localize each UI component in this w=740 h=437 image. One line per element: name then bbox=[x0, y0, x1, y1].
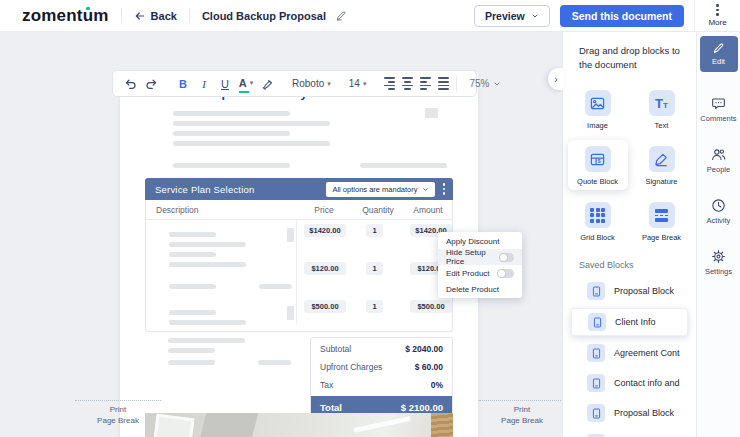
edit-product-toggle[interactable] bbox=[497, 269, 514, 278]
delete-product-label: Delete Product bbox=[446, 285, 499, 294]
arrow-left-icon bbox=[134, 10, 146, 22]
quote-column-headers: Description Price Quantity Amount bbox=[146, 200, 452, 220]
block-label: Image bbox=[587, 121, 608, 130]
sidebar-collapse-button[interactable]: › bbox=[548, 68, 564, 90]
bold-button[interactable]: B bbox=[176, 75, 190, 93]
undo-icon bbox=[124, 77, 137, 90]
more-menu-button[interactable]: More bbox=[694, 0, 740, 31]
saved-block-label: Contact info and addre... bbox=[614, 378, 680, 388]
saved-block-contact-info[interactable]: Contact info and addre... bbox=[571, 430, 688, 437]
page-break-dotted-line bbox=[479, 400, 565, 401]
saved-block-proposal-block[interactable]: Proposal Block bbox=[571, 400, 688, 426]
align-center-button[interactable] bbox=[402, 77, 413, 89]
quantity-value[interactable]: 1 bbox=[366, 262, 383, 275]
highlight-button[interactable] bbox=[260, 75, 274, 93]
document-title: Cloud Backup Proposal bbox=[202, 10, 326, 22]
topbar-actions: Preview Send this document More bbox=[474, 0, 740, 31]
undo-button[interactable] bbox=[123, 75, 137, 93]
rail-settings-tab[interactable]: Settings bbox=[705, 249, 732, 276]
saved-block-client-info[interactable]: Client Info bbox=[571, 308, 688, 336]
zomentum-logo[interactable]: zomentum bbox=[22, 6, 109, 26]
block-quote-block[interactable]: $ Quote Block bbox=[568, 140, 628, 190]
saved-block-label: Agreement Content bbox=[614, 348, 680, 358]
quote-block-icon: $ bbox=[585, 146, 611, 172]
rail-people-tab[interactable]: People bbox=[707, 147, 730, 174]
total-label: Total bbox=[320, 402, 342, 413]
logo-accent bbox=[86, 6, 91, 10]
quote-block-body: Description Price Quantity Amount bbox=[145, 200, 453, 332]
blocks-sidebar: › Drag and drop blocks to the document I… bbox=[562, 32, 696, 437]
align-justify-button[interactable] bbox=[438, 77, 449, 89]
price-value[interactable]: $120.00 bbox=[304, 262, 346, 275]
upfront-charges-value: $ 60.00 bbox=[415, 362, 443, 372]
rail-activity-tab[interactable]: Activity bbox=[707, 198, 731, 225]
block-grid-block[interactable]: Grid Block bbox=[568, 196, 628, 246]
document-page[interactable]: Cloud Backup and Security Service Plan S… bbox=[120, 72, 478, 437]
quote-options-kebab-button[interactable] bbox=[443, 183, 446, 195]
saved-blocks-list: Proposal Block Client Info Agreement Con… bbox=[563, 276, 696, 437]
font-family-select[interactable]: Roboto ▾ bbox=[292, 78, 331, 89]
hide-setup-price-toggle[interactable] bbox=[499, 253, 514, 262]
align-right-button[interactable] bbox=[384, 77, 395, 89]
preview-button[interactable]: Preview bbox=[474, 5, 550, 27]
chevron-down-icon: ▾ bbox=[250, 79, 254, 87]
options-mandatory-select[interactable]: All options are mandatory bbox=[326, 182, 434, 197]
text-color-button[interactable]: A ▾ bbox=[239, 75, 253, 93]
gear-icon bbox=[711, 249, 726, 264]
activity-clock-icon bbox=[711, 198, 726, 213]
saved-block-contact-info[interactable]: Contact info and addre... bbox=[571, 370, 688, 396]
font-size-value: 14 bbox=[349, 78, 360, 89]
svg-text:$: $ bbox=[598, 158, 601, 164]
quote-block-title: Service Plan Selection bbox=[155, 184, 254, 195]
print-label: Print bbox=[75, 404, 161, 415]
quote-block[interactable]: Service Plan Selection All options are m… bbox=[145, 178, 453, 332]
font-size-select[interactable]: 14 ▾ bbox=[349, 78, 367, 89]
rail-people-label: People bbox=[707, 165, 730, 174]
back-button[interactable]: Back bbox=[134, 10, 177, 22]
total-value: $ 2100.00 bbox=[401, 402, 443, 413]
sidebar-hint: Drag and drop blocks to the document bbox=[563, 32, 696, 72]
block-signature[interactable]: Signature bbox=[632, 140, 692, 190]
align-left-button[interactable] bbox=[420, 77, 431, 89]
quantity-value[interactable]: 1 bbox=[366, 300, 383, 313]
redo-button[interactable] bbox=[144, 75, 158, 93]
proposal-editor: zomentum Back Cloud Backup Proposal Prev… bbox=[0, 0, 740, 437]
send-document-button[interactable]: Send this document bbox=[560, 5, 684, 27]
apply-discount-item[interactable]: Apply Discount bbox=[438, 233, 522, 249]
right-rail: Edit Comments People Activity Settings bbox=[696, 32, 740, 437]
tax-label: Tax bbox=[320, 380, 333, 390]
quote-block-header: Service Plan Selection All options are m… bbox=[145, 178, 453, 200]
quantity-value[interactable]: 1 bbox=[366, 224, 383, 237]
underline-button[interactable]: U bbox=[218, 75, 232, 93]
italic-button[interactable]: I bbox=[197, 75, 211, 93]
saved-block-proposal-block[interactable]: Proposal Block bbox=[571, 278, 688, 304]
price-value[interactable]: $500.00 bbox=[304, 300, 346, 313]
rail-activity-label: Activity bbox=[707, 216, 731, 225]
rail-edit-tab[interactable]: Edit bbox=[700, 36, 738, 72]
rail-comments-tab[interactable]: Comments bbox=[700, 96, 736, 123]
back-label: Back bbox=[151, 10, 177, 22]
edit-title-icon[interactable] bbox=[336, 10, 347, 21]
upfront-charges-row: Upfront Charges $ 60.00 bbox=[311, 359, 452, 374]
edit-product-label: Edit Product bbox=[446, 269, 490, 278]
options-mandatory-value: All options are mandatory bbox=[332, 185, 417, 194]
text-color-label: A bbox=[239, 77, 247, 89]
hide-setup-price-item[interactable]: Hide Setup Price bbox=[438, 249, 522, 265]
zoom-level-select[interactable]: 75% bbox=[456, 76, 501, 92]
font-family-value: Roboto bbox=[292, 78, 324, 89]
document-icon bbox=[587, 404, 605, 422]
image-icon bbox=[585, 90, 611, 116]
delete-product-item[interactable]: Delete Product bbox=[438, 281, 522, 297]
block-image[interactable]: Image bbox=[568, 84, 628, 134]
tax-row: Tax 0% bbox=[311, 377, 452, 392]
amount-value[interactable]: $500.00 bbox=[410, 300, 452, 313]
chevron-down-icon bbox=[422, 186, 429, 193]
price-value[interactable]: $1420.00 bbox=[304, 224, 346, 237]
signature-icon bbox=[649, 146, 675, 172]
saved-block-agreement-content[interactable]: Agreement Content bbox=[571, 340, 688, 366]
rail-comments-label: Comments bbox=[700, 114, 736, 123]
edit-product-item[interactable]: Edit Product bbox=[438, 265, 522, 281]
block-text[interactable]: TT Text bbox=[632, 84, 692, 134]
zoom-level-value: 75% bbox=[469, 78, 489, 89]
block-page-break[interactable]: Page Break bbox=[632, 196, 692, 246]
